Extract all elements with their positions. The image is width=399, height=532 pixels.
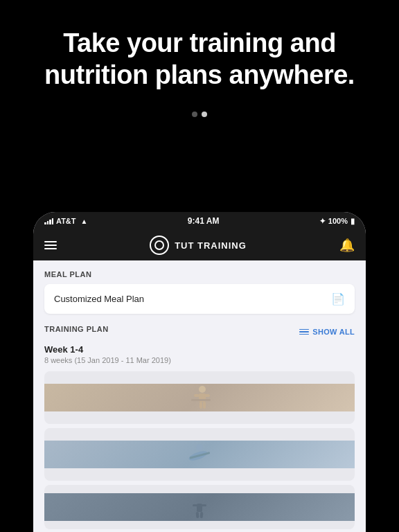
dot-2[interactable] bbox=[202, 112, 207, 117]
logo-inner bbox=[154, 240, 164, 250]
hero-section: Take your training and nutrition plans a… bbox=[0, 0, 399, 112]
nav-bar: TUT TRAINING 🔔 bbox=[33, 230, 366, 260]
svg-point-0 bbox=[199, 386, 206, 393]
battery-icon: ▮ bbox=[351, 217, 355, 226]
bluetooth-icon: ✦ bbox=[319, 217, 326, 226]
svg-rect-6 bbox=[191, 399, 211, 401]
notification-bell-icon[interactable]: 🔔 bbox=[339, 238, 355, 253]
training-header: TRAINING PLAN SHOW ALL bbox=[44, 325, 355, 339]
show-all-icon bbox=[299, 329, 309, 335]
workout-item-core[interactable]: Core Work 3 exercises bbox=[44, 428, 355, 481]
status-left: AT&T ▲ bbox=[44, 217, 87, 225]
svg-rect-13 bbox=[202, 504, 206, 506]
signal-bar-4 bbox=[52, 218, 54, 224]
svg-rect-12 bbox=[193, 504, 197, 506]
app-content: MEAL PLAN Customized Meal Plan 📄 TRAININ… bbox=[33, 260, 366, 532]
device-mockup: AT&T ▲ 9:41 AM ✦ 100% ▮ TUT TRAINING 🔔 M… bbox=[33, 212, 366, 532]
workout-item-metabolic[interactable]: Metabolic Conditioning 5 exercises bbox=[44, 485, 355, 529]
signal-bar-1 bbox=[44, 222, 46, 224]
logo-text: TUT TRAINING bbox=[175, 240, 247, 251]
svg-rect-2 bbox=[194, 394, 200, 397]
workout-list: Upper Body 5 exercises Core Work 3 exe bbox=[44, 371, 355, 529]
svg-rect-15 bbox=[200, 512, 204, 518]
workout-thumb-core bbox=[44, 441, 355, 468]
workout-thumb-metabolic bbox=[44, 493, 355, 521]
svg-rect-5 bbox=[203, 402, 206, 409]
meal-plan-text: Customized Meal Plan bbox=[54, 294, 144, 304]
svg-rect-3 bbox=[204, 394, 210, 397]
time-display: 9:41 AM bbox=[188, 216, 220, 226]
carrier-label: AT&T bbox=[56, 217, 76, 225]
pdf-icon[interactable]: 📄 bbox=[331, 292, 345, 305]
status-right: ✦ 100% ▮ bbox=[319, 217, 355, 226]
meal-plan-label: MEAL PLAN bbox=[44, 270, 355, 278]
signal-bar-3 bbox=[49, 220, 51, 224]
workout-thumb-upper-body bbox=[44, 384, 355, 411]
menu-button[interactable] bbox=[44, 241, 57, 249]
svg-rect-11 bbox=[197, 504, 202, 512]
status-bar: AT&T ▲ 9:41 AM ✦ 100% ▮ bbox=[33, 212, 366, 230]
show-all-button[interactable]: SHOW ALL bbox=[299, 328, 355, 336]
signal-bar-2 bbox=[47, 221, 49, 224]
dot-1[interactable] bbox=[192, 112, 197, 117]
logo-circle bbox=[150, 236, 169, 255]
app-logo: TUT TRAINING bbox=[150, 236, 247, 255]
battery-label: 100% bbox=[328, 217, 348, 225]
workout-item-upper-body[interactable]: Upper Body 5 exercises bbox=[44, 371, 355, 424]
training-plan-label: TRAINING PLAN bbox=[44, 325, 109, 333]
metabolic-figure bbox=[186, 493, 213, 521]
week-dates: 8 weeks (15 Jan 2019 - 11 Mar 2019) bbox=[44, 356, 355, 364]
meal-plan-card[interactable]: Customized Meal Plan 📄 bbox=[44, 284, 355, 314]
wifi-icon: ▲ bbox=[81, 218, 88, 225]
signal-bars bbox=[44, 218, 53, 224]
svg-rect-14 bbox=[196, 512, 200, 518]
week-label: Week 1-4 bbox=[44, 344, 355, 355]
hero-heading: Take your training and nutrition plans a… bbox=[0, 0, 399, 112]
svg-point-7 bbox=[196, 444, 203, 451]
page-dots bbox=[0, 112, 399, 117]
core-figure bbox=[186, 441, 213, 468]
upper-body-figure bbox=[186, 384, 213, 411]
svg-rect-4 bbox=[200, 402, 202, 409]
svg-point-10 bbox=[196, 496, 203, 503]
show-all-label: SHOW ALL bbox=[312, 328, 355, 336]
